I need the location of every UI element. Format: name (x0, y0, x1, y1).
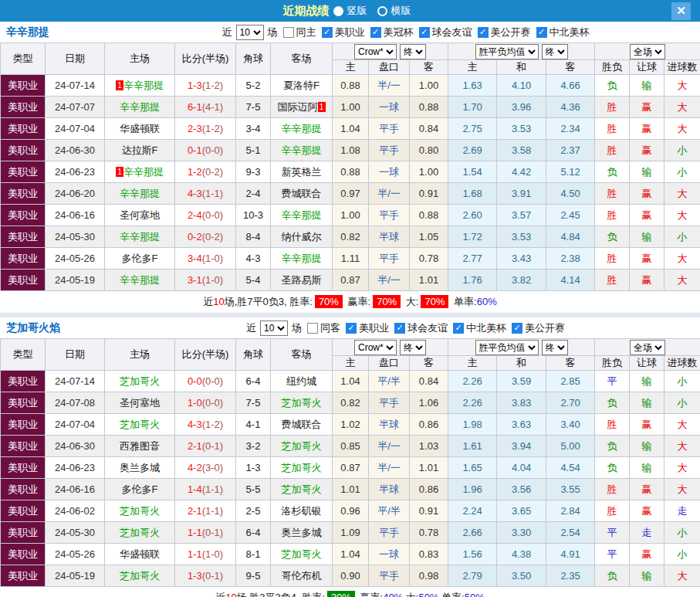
handicap-result-cell: 赢 (630, 270, 664, 291)
summary-text: 10 (225, 592, 236, 597)
result-cell: 平 (595, 522, 630, 544)
avg-away-cell: 2.37 (546, 140, 595, 161)
odds-source-select[interactable]: Crow* (354, 340, 397, 355)
subcol-handicap: 盘口 (369, 356, 410, 371)
summary-text: 50% (465, 592, 485, 597)
handicap-cell: 平手 (369, 205, 410, 226)
corners-cell: 5-1 (236, 140, 271, 161)
league-checkbox[interactable]: ✓ (512, 323, 522, 334)
away-team-cell: 哥伦布机 (271, 565, 333, 587)
avg-source-select[interactable]: 胜平负均值 (475, 44, 539, 59)
date-cell: 24-06-16 (46, 205, 105, 226)
league-checkbox[interactable]: ✓ (478, 27, 489, 38)
odds-home-cell: 0.97 (333, 183, 369, 205)
scope-select[interactable]: 全场 (630, 340, 665, 355)
league-cell: 美职业 (1, 414, 46, 436)
away-team-cell: 国际迈阿1 (271, 97, 333, 118)
near-label: 近 (246, 321, 256, 335)
handicap-result-cell: 输 (630, 75, 664, 97)
avg-source-select[interactable]: 胜平负均值 (475, 340, 539, 355)
league-checkbox[interactable]: ✓ (419, 27, 430, 38)
avg-draw-cell: 3.83 (497, 392, 546, 414)
corners-cell: 7-5 (236, 97, 271, 118)
avg-home-cell: 1.72 (448, 226, 497, 248)
avg-home-cell: 2.60 (448, 205, 497, 226)
league-cell: 美职业 (1, 226, 46, 248)
odds-away-cell: 0.80 (410, 140, 448, 161)
odds-source-select[interactable]: Crow* (354, 44, 397, 59)
league-cell: 美职业 (1, 161, 46, 183)
date-cell: 24-06-02 (46, 500, 105, 522)
league-checkbox[interactable]: ✓ (453, 323, 464, 334)
goals-result-cell: 大 (664, 436, 700, 457)
date-cell: 24-05-30 (46, 226, 105, 248)
rate-badge: 70% (421, 295, 448, 308)
league-cell: 美职业 (1, 565, 46, 587)
result-cell: 负 (595, 392, 630, 414)
recent-count-select[interactable]: 10 (260, 321, 288, 336)
handicap-cell: 半/一 (369, 183, 410, 205)
avg-period-select[interactable]: 终 (542, 340, 568, 355)
halftime-score: (0-2) (202, 231, 223, 243)
odds-home-cell: 0.88 (333, 161, 369, 183)
match-row: 美职业24-07-14芝加哥火0-0(0-0)6-4纽约城1.04平/半0.84… (1, 371, 700, 392)
column-header-type: 类型 (1, 339, 46, 371)
subcol-avg-away: 客 (546, 356, 595, 371)
league-checkbox[interactable]: ✓ (346, 323, 357, 334)
summary-text: 场,胜3平3负4, 胜率: (237, 592, 325, 597)
match-row: 美职业24-06-23奥兰多城4-2(3-0)1-3芝加哥火0.87半/一1.0… (1, 457, 700, 479)
avg-source-group: 胜平负均值终 (448, 339, 595, 356)
league-cell: 美职业 (1, 270, 46, 291)
horizontal-view-radio[interactable] (377, 6, 387, 16)
halftime-score: (0-2) (202, 166, 223, 178)
odds-away-cell: 1.05 (410, 226, 448, 248)
league-checkbox[interactable]: ✓ (536, 27, 547, 38)
same-venue-checkbox[interactable] (283, 27, 294, 38)
odds-home-cell: 1.04 (333, 371, 369, 392)
odds-source-group: Crow*终 (333, 43, 448, 60)
column-header-corners: 角球 (236, 43, 271, 75)
team-title: 辛辛那提 (6, 25, 49, 39)
match-row: 美职业24-06-02芝加哥火2-1(1-1)2-5洛杉矶银0.96平/半0.9… (1, 500, 700, 522)
handicap-cell: 半/一 (369, 457, 410, 479)
section-chicago-fire: 芝加哥火焰 近10场同客✓美职业✓球会友谊✓中北美杯✓美公开赛 类型 日期 主场… (0, 317, 700, 597)
handicap-cell: 半/一 (369, 270, 410, 291)
same-venue-checkbox[interactable] (307, 323, 318, 334)
handicap-result-cell: 输 (630, 226, 664, 248)
avg-away-cell: 2.70 (546, 392, 595, 414)
games-label: 场 (292, 321, 302, 335)
league-checkbox[interactable]: ✓ (394, 323, 405, 334)
league-checkbox[interactable]: ✓ (370, 27, 381, 38)
result-cell: 负 (595, 457, 630, 479)
corners-cell: 1-3 (236, 457, 271, 479)
avg-draw-cell: 3.94 (497, 436, 546, 457)
handicap-result-cell: 赢 (630, 97, 664, 118)
vertical-view-radio[interactable] (333, 6, 343, 16)
odds-period-select[interactable]: 终 (400, 44, 426, 59)
league-cell: 美职业 (1, 371, 46, 392)
score-cell: 4-2(3-0) (175, 457, 236, 479)
avg-period-select[interactable]: 终 (542, 44, 568, 59)
section-cincinnati: 辛辛那提 近10场同主✓美职业✓美冠杯✓球会友谊✓美公开赛✓中北美杯 类型 日期… (0, 22, 700, 313)
league-checkbox[interactable]: ✓ (322, 27, 333, 38)
filters: 近10场同客✓美职业✓球会友谊✓中北美杯✓美公开赛 (246, 321, 565, 336)
league-label: 美公开赛 (525, 321, 565, 335)
home-team-cell: 芝加哥火 (105, 500, 175, 522)
home-team-cell: 芝加哥火 (105, 522, 175, 544)
odds-period-select[interactable]: 终 (400, 340, 426, 355)
fulltime-score: 2-4 (188, 209, 202, 221)
recent-count-select[interactable]: 10 (236, 25, 264, 40)
team-name: 费城联合 (282, 188, 322, 199)
league-cell: 美职业 (1, 205, 46, 226)
team-name: 夏洛特F (283, 80, 320, 91)
date-cell: 24-06-20 (46, 183, 105, 205)
team-name: 华盛顿联 (120, 123, 160, 134)
home-team-cell: 1辛辛那提 (105, 161, 175, 183)
avg-away-cell: 2.54 (546, 522, 595, 544)
odds-home-cell: 0.90 (333, 565, 369, 587)
close-icon[interactable]: ✕ (671, 2, 691, 20)
red-card-badge: 1 (116, 167, 123, 177)
column-header-away: 客场 (271, 339, 333, 371)
scope-select[interactable]: 全场 (630, 44, 665, 59)
column-header-corners: 角球 (236, 339, 271, 371)
